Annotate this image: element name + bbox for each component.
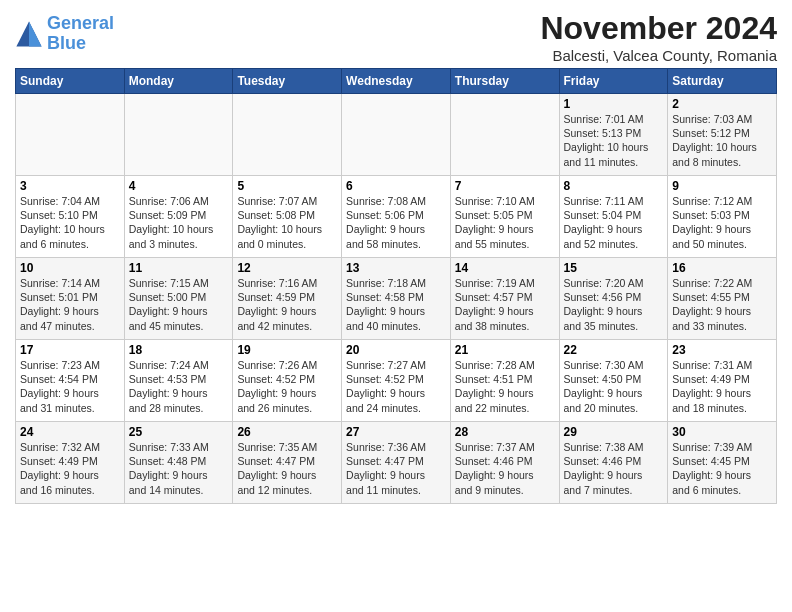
calendar-cell: 16Sunrise: 7:22 AM Sunset: 4:55 PM Dayli… xyxy=(668,258,777,340)
day-number: 1 xyxy=(564,97,664,111)
day-number: 22 xyxy=(564,343,664,357)
calendar-week-row: 1Sunrise: 7:01 AM Sunset: 5:13 PM Daylig… xyxy=(16,94,777,176)
logo-icon xyxy=(15,20,43,48)
day-info: Sunrise: 7:27 AM Sunset: 4:52 PM Dayligh… xyxy=(346,358,446,415)
day-number: 24 xyxy=(20,425,120,439)
day-info: Sunrise: 7:08 AM Sunset: 5:06 PM Dayligh… xyxy=(346,194,446,251)
day-info: Sunrise: 7:22 AM Sunset: 4:55 PM Dayligh… xyxy=(672,276,772,333)
day-number: 19 xyxy=(237,343,337,357)
day-info: Sunrise: 7:26 AM Sunset: 4:52 PM Dayligh… xyxy=(237,358,337,415)
calendar-cell xyxy=(450,94,559,176)
location: Balcesti, Valcea County, Romania xyxy=(540,47,777,64)
day-info: Sunrise: 7:10 AM Sunset: 5:05 PM Dayligh… xyxy=(455,194,555,251)
day-info: Sunrise: 7:18 AM Sunset: 4:58 PM Dayligh… xyxy=(346,276,446,333)
calendar-cell: 2Sunrise: 7:03 AM Sunset: 5:12 PM Daylig… xyxy=(668,94,777,176)
calendar-cell: 18Sunrise: 7:24 AM Sunset: 4:53 PM Dayli… xyxy=(124,340,233,422)
day-number: 17 xyxy=(20,343,120,357)
calendar-cell: 17Sunrise: 7:23 AM Sunset: 4:54 PM Dayli… xyxy=(16,340,125,422)
weekday-header-saturday: Saturday xyxy=(668,69,777,94)
day-number: 28 xyxy=(455,425,555,439)
calendar-cell: 24Sunrise: 7:32 AM Sunset: 4:49 PM Dayli… xyxy=(16,422,125,504)
day-info: Sunrise: 7:31 AM Sunset: 4:49 PM Dayligh… xyxy=(672,358,772,415)
day-number: 26 xyxy=(237,425,337,439)
day-info: Sunrise: 7:07 AM Sunset: 5:08 PM Dayligh… xyxy=(237,194,337,251)
day-number: 14 xyxy=(455,261,555,275)
day-info: Sunrise: 7:16 AM Sunset: 4:59 PM Dayligh… xyxy=(237,276,337,333)
calendar-cell: 5Sunrise: 7:07 AM Sunset: 5:08 PM Daylig… xyxy=(233,176,342,258)
day-number: 5 xyxy=(237,179,337,193)
calendar-cell: 14Sunrise: 7:19 AM Sunset: 4:57 PM Dayli… xyxy=(450,258,559,340)
day-info: Sunrise: 7:01 AM Sunset: 5:13 PM Dayligh… xyxy=(564,112,664,169)
calendar-cell: 7Sunrise: 7:10 AM Sunset: 5:05 PM Daylig… xyxy=(450,176,559,258)
day-info: Sunrise: 7:06 AM Sunset: 5:09 PM Dayligh… xyxy=(129,194,229,251)
day-number: 9 xyxy=(672,179,772,193)
calendar-cell xyxy=(16,94,125,176)
day-info: Sunrise: 7:20 AM Sunset: 4:56 PM Dayligh… xyxy=(564,276,664,333)
day-info: Sunrise: 7:33 AM Sunset: 4:48 PM Dayligh… xyxy=(129,440,229,497)
day-info: Sunrise: 7:36 AM Sunset: 4:47 PM Dayligh… xyxy=(346,440,446,497)
calendar-cell: 12Sunrise: 7:16 AM Sunset: 4:59 PM Dayli… xyxy=(233,258,342,340)
day-info: Sunrise: 7:11 AM Sunset: 5:04 PM Dayligh… xyxy=(564,194,664,251)
day-number: 21 xyxy=(455,343,555,357)
day-number: 18 xyxy=(129,343,229,357)
day-info: Sunrise: 7:19 AM Sunset: 4:57 PM Dayligh… xyxy=(455,276,555,333)
calendar-week-row: 10Sunrise: 7:14 AM Sunset: 5:01 PM Dayli… xyxy=(16,258,777,340)
day-number: 23 xyxy=(672,343,772,357)
day-number: 16 xyxy=(672,261,772,275)
svg-marker-1 xyxy=(29,21,42,46)
logo-text: General Blue xyxy=(47,14,114,54)
calendar-cell: 19Sunrise: 7:26 AM Sunset: 4:52 PM Dayli… xyxy=(233,340,342,422)
calendar-cell: 3Sunrise: 7:04 AM Sunset: 5:10 PM Daylig… xyxy=(16,176,125,258)
calendar-cell: 4Sunrise: 7:06 AM Sunset: 5:09 PM Daylig… xyxy=(124,176,233,258)
weekday-header-sunday: Sunday xyxy=(16,69,125,94)
calendar-cell: 8Sunrise: 7:11 AM Sunset: 5:04 PM Daylig… xyxy=(559,176,668,258)
weekday-header-wednesday: Wednesday xyxy=(342,69,451,94)
day-number: 13 xyxy=(346,261,446,275)
day-info: Sunrise: 7:30 AM Sunset: 4:50 PM Dayligh… xyxy=(564,358,664,415)
day-number: 10 xyxy=(20,261,120,275)
day-info: Sunrise: 7:28 AM Sunset: 4:51 PM Dayligh… xyxy=(455,358,555,415)
calendar-cell: 23Sunrise: 7:31 AM Sunset: 4:49 PM Dayli… xyxy=(668,340,777,422)
weekday-header-monday: Monday xyxy=(124,69,233,94)
day-number: 2 xyxy=(672,97,772,111)
calendar-cell: 10Sunrise: 7:14 AM Sunset: 5:01 PM Dayli… xyxy=(16,258,125,340)
day-info: Sunrise: 7:14 AM Sunset: 5:01 PM Dayligh… xyxy=(20,276,120,333)
day-info: Sunrise: 7:03 AM Sunset: 5:12 PM Dayligh… xyxy=(672,112,772,169)
day-number: 8 xyxy=(564,179,664,193)
day-number: 3 xyxy=(20,179,120,193)
calendar-week-row: 3Sunrise: 7:04 AM Sunset: 5:10 PM Daylig… xyxy=(16,176,777,258)
calendar-cell: 1Sunrise: 7:01 AM Sunset: 5:13 PM Daylig… xyxy=(559,94,668,176)
day-info: Sunrise: 7:23 AM Sunset: 4:54 PM Dayligh… xyxy=(20,358,120,415)
calendar-cell: 13Sunrise: 7:18 AM Sunset: 4:58 PM Dayli… xyxy=(342,258,451,340)
day-info: Sunrise: 7:24 AM Sunset: 4:53 PM Dayligh… xyxy=(129,358,229,415)
page-container: General Blue November 2024 Balcesti, Val… xyxy=(0,0,792,509)
weekday-header-friday: Friday xyxy=(559,69,668,94)
weekday-header-tuesday: Tuesday xyxy=(233,69,342,94)
calendar-cell: 28Sunrise: 7:37 AM Sunset: 4:46 PM Dayli… xyxy=(450,422,559,504)
logo-line2: Blue xyxy=(47,33,86,53)
day-number: 6 xyxy=(346,179,446,193)
calendar-cell: 26Sunrise: 7:35 AM Sunset: 4:47 PM Dayli… xyxy=(233,422,342,504)
calendar-cell: 9Sunrise: 7:12 AM Sunset: 5:03 PM Daylig… xyxy=(668,176,777,258)
logo-line1: General xyxy=(47,13,114,33)
day-number: 30 xyxy=(672,425,772,439)
day-number: 4 xyxy=(129,179,229,193)
day-info: Sunrise: 7:32 AM Sunset: 4:49 PM Dayligh… xyxy=(20,440,120,497)
day-number: 27 xyxy=(346,425,446,439)
day-number: 11 xyxy=(129,261,229,275)
calendar-cell xyxy=(342,94,451,176)
calendar-cell: 30Sunrise: 7:39 AM Sunset: 4:45 PM Dayli… xyxy=(668,422,777,504)
calendar-week-row: 24Sunrise: 7:32 AM Sunset: 4:49 PM Dayli… xyxy=(16,422,777,504)
day-info: Sunrise: 7:15 AM Sunset: 5:00 PM Dayligh… xyxy=(129,276,229,333)
calendar-week-row: 17Sunrise: 7:23 AM Sunset: 4:54 PM Dayli… xyxy=(16,340,777,422)
day-info: Sunrise: 7:37 AM Sunset: 4:46 PM Dayligh… xyxy=(455,440,555,497)
calendar-cell: 27Sunrise: 7:36 AM Sunset: 4:47 PM Dayli… xyxy=(342,422,451,504)
day-number: 15 xyxy=(564,261,664,275)
title-block: November 2024 Balcesti, Valcea County, R… xyxy=(540,10,777,64)
day-number: 20 xyxy=(346,343,446,357)
weekday-header-thursday: Thursday xyxy=(450,69,559,94)
calendar-cell: 25Sunrise: 7:33 AM Sunset: 4:48 PM Dayli… xyxy=(124,422,233,504)
calendar-cell: 11Sunrise: 7:15 AM Sunset: 5:00 PM Dayli… xyxy=(124,258,233,340)
calendar-cell: 29Sunrise: 7:38 AM Sunset: 4:46 PM Dayli… xyxy=(559,422,668,504)
logo: General Blue xyxy=(15,14,114,54)
